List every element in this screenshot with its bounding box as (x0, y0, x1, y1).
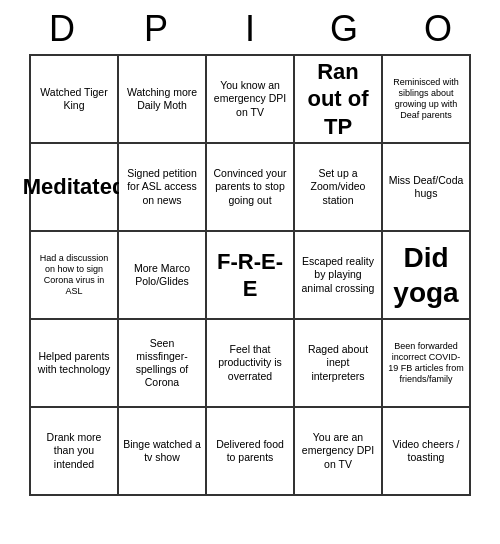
bingo-cell: Seen missfinger-spellings of Corona (119, 320, 207, 408)
bingo-cell: Video cheers / toasting (383, 408, 471, 496)
bingo-cell: Drank more than you intended (31, 408, 119, 496)
bingo-cell: Feel that productivity is overrated (207, 320, 295, 408)
bingo-cell: Ran out of TP (295, 56, 383, 144)
bingo-cell: Helped parents with technology (31, 320, 119, 408)
title-letter: P (112, 8, 200, 50)
bingo-cell: Reminisced with siblings about growing u… (383, 56, 471, 144)
bingo-cell: Set up a Zoom/video station (295, 144, 383, 232)
bingo-cell: Delivered food to parents (207, 408, 295, 496)
bingo-cell: Meditated (31, 144, 119, 232)
title-letter: D (18, 8, 106, 50)
bingo-cell: F-R-E-E (207, 232, 295, 320)
bingo-cell: More Marco Polo/Glides (119, 232, 207, 320)
bingo-cell: Raged about inept interpreters (295, 320, 383, 408)
bingo-cell: Convinced your parents to stop going out (207, 144, 295, 232)
bingo-cell: Miss Deaf/Coda hugs (383, 144, 471, 232)
title-letter: I (206, 8, 294, 50)
bingo-cell: Did yoga (383, 232, 471, 320)
bingo-cell: Had a discussion on how to sign Corona v… (31, 232, 119, 320)
bingo-cell: Watched Tiger King (31, 56, 119, 144)
bingo-cell: Escaped reality by playing animal crossi… (295, 232, 383, 320)
bingo-title: DPIGO (15, 0, 485, 54)
bingo-grid: Watched Tiger KingWatching more Daily Mo… (29, 54, 471, 496)
bingo-cell: You know an emergency DPI on TV (207, 56, 295, 144)
bingo-cell: Signed petition for ASL access on news (119, 144, 207, 232)
bingo-cell: Binge watched a tv show (119, 408, 207, 496)
bingo-cell: Watching more Daily Moth (119, 56, 207, 144)
bingo-cell: Been forwarded incorrect COVID-19 FB art… (383, 320, 471, 408)
title-letter: O (394, 8, 482, 50)
bingo-cell: You are an emergency DPI on TV (295, 408, 383, 496)
title-letter: G (300, 8, 388, 50)
